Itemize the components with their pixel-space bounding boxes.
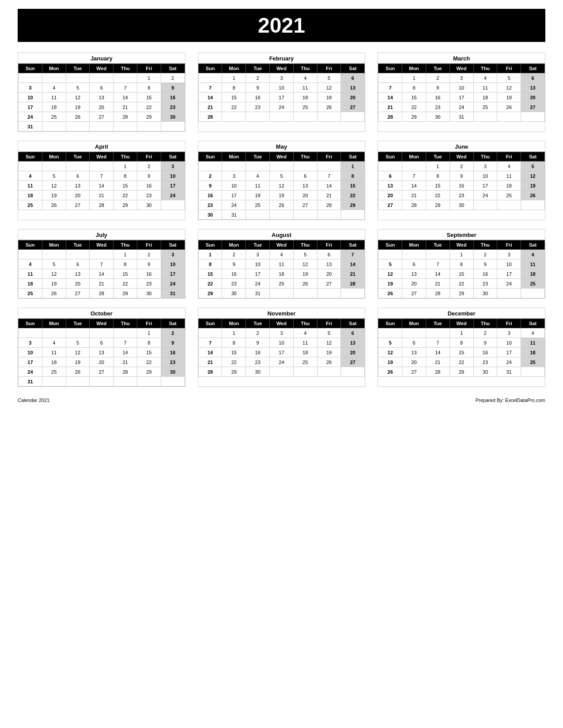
day-header-tue: Tue <box>426 152 450 161</box>
day-header-tue: Tue <box>426 240 450 250</box>
day-header-fri: Fri <box>497 152 521 161</box>
cal-day: 17 <box>161 269 185 279</box>
cal-week-row: 15161718192021 <box>198 269 365 279</box>
cal-day: 28 <box>90 200 113 210</box>
cal-day <box>497 112 521 122</box>
cal-day: 27 <box>293 200 317 210</box>
cal-week-row: 3456789 <box>19 338 185 348</box>
cal-day: 18 <box>246 191 270 200</box>
day-header-sun: Sun <box>198 319 222 328</box>
cal-day: 5 <box>293 250 317 259</box>
cal-day: 19 <box>293 269 317 279</box>
day-header-fri: Fri <box>317 152 341 161</box>
cal-day <box>341 112 365 122</box>
cal-day: 4 <box>19 171 42 181</box>
cal-day: 18 <box>270 269 294 279</box>
cal-day <box>90 161 113 171</box>
cal-day <box>90 122 113 131</box>
cal-day: 19 <box>66 357 90 367</box>
cal-day: 13 <box>521 83 545 93</box>
month-title-february: February <box>198 53 365 64</box>
cal-day: 27 <box>402 367 426 377</box>
cal-day: 29 <box>426 200 450 210</box>
cal-day: 11 <box>42 348 66 357</box>
cal-day: 1 <box>137 73 161 83</box>
cal-day: 22 <box>113 191 137 200</box>
day-header-sat: Sat <box>161 319 185 328</box>
cal-day: 23 <box>137 279 161 289</box>
cal-day: 9 <box>473 259 497 269</box>
cal-day: 7 <box>113 83 137 93</box>
cal-day: 10 <box>270 83 294 93</box>
cal-week-row: 22232425262728 <box>198 279 365 289</box>
cal-day: 19 <box>521 181 545 191</box>
cal-day: 22 <box>113 279 137 289</box>
cal-week-row: 24252627282930 <box>19 112 185 122</box>
cal-day: 17 <box>270 348 294 357</box>
cal-day: 2 <box>450 161 473 171</box>
cal-day: 2 <box>137 250 161 259</box>
cal-week-row: 567891011 <box>378 259 545 269</box>
cal-day: 1 <box>113 250 137 259</box>
day-header-tue: Tue <box>426 64 450 73</box>
cal-day <box>378 73 402 83</box>
cal-day: 8 <box>450 338 473 348</box>
cal-day: 26 <box>378 289 402 298</box>
cal-day: 30 <box>473 289 497 298</box>
cal-day: 7 <box>317 171 341 181</box>
cal-day: 8 <box>222 338 246 348</box>
cal-day: 10 <box>270 338 294 348</box>
cal-day: 14 <box>341 259 365 269</box>
month-block-june: JuneSunMonTueWedThuFriSat123456789101112… <box>378 141 545 220</box>
cal-day: 16 <box>161 93 185 102</box>
cal-day: 8 <box>450 259 473 269</box>
cal-day: 16 <box>246 348 270 357</box>
day-header-sun: Sun <box>198 64 222 73</box>
cal-day: 6 <box>402 259 426 269</box>
day-header-tue: Tue <box>246 152 270 161</box>
day-header-sat: Sat <box>341 152 365 161</box>
cal-day: 19 <box>317 93 341 102</box>
day-header-fri: Fri <box>497 240 521 250</box>
cal-day: 22 <box>198 279 222 289</box>
cal-day <box>19 161 42 171</box>
month-title-january: January <box>18 53 185 64</box>
cal-day: 3 <box>473 161 497 171</box>
cal-week-row: 123456 <box>198 73 365 83</box>
cal-day: 18 <box>473 93 497 102</box>
cal-day: 21 <box>426 357 450 367</box>
cal-day: 4 <box>42 83 66 93</box>
month-block-july: JulySunMonTueWedThuFriSat123456789101112… <box>18 229 185 299</box>
cal-day: 13 <box>378 181 402 191</box>
cal-week-row: 45678910 <box>19 171 185 181</box>
cal-day: 16 <box>426 93 450 102</box>
cal-day: 6 <box>402 338 426 348</box>
cal-table-january: SunMonTueWedThuFriSat1234567891011121314… <box>18 64 185 131</box>
cal-day: 21 <box>426 279 450 289</box>
month-title-march: March <box>378 53 545 64</box>
month-block-december: DecemberSunMonTueWedThuFriSat12345678910… <box>378 308 545 387</box>
cal-day: 28 <box>378 112 402 122</box>
cal-day: 21 <box>402 191 426 200</box>
cal-day <box>293 367 317 377</box>
cal-week-row: 78910111213 <box>378 83 545 93</box>
cal-day: 29 <box>450 367 473 377</box>
cal-day: 22 <box>426 191 450 200</box>
cal-day: 11 <box>270 259 294 269</box>
day-header-sat: Sat <box>341 240 365 250</box>
cal-day: 21 <box>341 269 365 279</box>
cal-day: 13 <box>293 181 317 191</box>
cal-day: 11 <box>473 83 497 93</box>
cal-day: 17 <box>19 102 42 112</box>
month-title-november: November <box>198 308 365 319</box>
day-header-wed: Wed <box>270 64 294 73</box>
cal-day <box>497 289 521 298</box>
month-title-october: October <box>18 308 185 319</box>
cal-day: 2 <box>161 328 185 338</box>
cal-day <box>90 73 113 83</box>
cal-day: 7 <box>378 83 402 93</box>
cal-day: 24 <box>246 279 270 289</box>
cal-day: 3 <box>450 73 473 83</box>
cal-day: 26 <box>317 102 341 112</box>
day-header-mon: Mon <box>222 152 246 161</box>
